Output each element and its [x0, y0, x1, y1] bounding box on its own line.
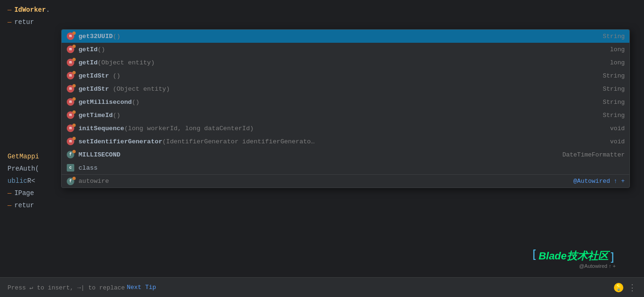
autocomplete-dropdown[interactable]: m get32UUID() String m getId() long m ge…	[61, 29, 630, 188]
autocomplete-item-getidstr2[interactable]: m getIdStr (Object entity) String	[62, 82, 629, 95]
item-name: getId(Object entity)	[79, 59, 601, 66]
field-icon: f	[66, 150, 75, 159]
item-type: void	[610, 138, 625, 145]
bracket-tl-icon: [	[531, 249, 537, 260]
item-name: getId()	[79, 46, 601, 53]
method-icon: m	[66, 32, 75, 40]
code-token: IdWorker	[14, 6, 46, 14]
item-name: getIdStr (Object entity)	[79, 86, 593, 93]
field-icon-inner-2: f	[67, 178, 74, 185]
code-line-1: — IdWorker.	[0, 4, 644, 16]
method-icon-inner: m	[67, 138, 74, 145]
code-token: IPage	[14, 189, 34, 197]
method-icon-inner: m	[67, 32, 74, 40]
item-type: long	[610, 46, 625, 53]
code-line-ipage: — IPage	[0, 187, 644, 199]
field-icon-inner: f	[67, 151, 74, 158]
status-bar: Press ↵ to insert, →| to replace Next Ti…	[0, 277, 644, 297]
item-type: long	[610, 59, 625, 66]
watermark-text: Blade技术社区	[539, 249, 608, 263]
bulb-icon[interactable]: 💡	[614, 283, 623, 292]
item-type: String	[603, 99, 625, 106]
item-type: String	[603, 86, 625, 93]
autocomplete-item-class[interactable]: c class	[62, 161, 629, 174]
item-name: class	[79, 164, 615, 172]
more-options-icon[interactable]: ⋮	[628, 282, 636, 293]
watermark: [ Blade技术社区 ] @Autowired ↑ +	[531, 249, 616, 269]
right-icons: 💡 ⋮	[614, 282, 636, 293]
method-icon: m	[66, 98, 75, 106]
method-icon: m	[66, 45, 75, 54]
bracket-br-icon: ]	[609, 252, 616, 263]
autocomplete-item-setidentifiergenerator[interactable]: m setIdentifierGenerator(IdentifierGener…	[62, 135, 629, 148]
method-icon-inner: m	[67, 59, 74, 66]
field-icon-2: f	[66, 177, 75, 186]
item-name: setIdentifierGenerator(IdentifierGenerat…	[79, 138, 601, 145]
item-name: MILLISECOND	[79, 151, 553, 158]
method-icon-inner: m	[67, 72, 74, 79]
method-icon-inner: m	[67, 111, 74, 119]
item-name: getMillisecond()	[79, 99, 593, 106]
code-token: PreAuth(	[8, 165, 39, 172]
next-tip-button[interactable]: Next Tip	[127, 284, 156, 291]
code-token: retur	[14, 18, 34, 26]
item-type: String	[603, 33, 625, 40]
autocomplete-item-initsequence[interactable]: m initSequence(long workerId, long dataC…	[62, 122, 629, 135]
method-icon-inner: m	[67, 46, 74, 53]
method-icon: m	[66, 137, 75, 146]
autocomplete-item-getmillisecond[interactable]: m getMillisecond() String	[62, 95, 629, 109]
item-name: getTimeId()	[79, 112, 593, 119]
dash-2: —	[8, 18, 11, 26]
code-line-retur: — retur	[0, 199, 644, 211]
item-name: getIdStr ()	[79, 72, 593, 79]
item-type: @Autowired ↑ +	[573, 178, 625, 185]
item-type: String	[603, 112, 625, 119]
code-token: ublic	[8, 177, 27, 185]
class-icon: c	[66, 164, 75, 172]
code-line-2: — retur	[0, 16, 644, 28]
item-name: initSequence(long workerId, long dataCen…	[79, 125, 601, 132]
method-icon-inner: m	[67, 85, 74, 93]
item-type: void	[610, 125, 625, 132]
item-name: get32UUID()	[79, 33, 593, 40]
autocomplete-item-getid1[interactable]: m getId() long	[62, 43, 629, 56]
code-token: retur	[14, 202, 34, 209]
autocomplete-item-getid2[interactable]: m getId(Object entity) long	[62, 56, 629, 69]
hint-text: Press ↵ to insert, →| to replace	[8, 284, 125, 291]
method-icon: m	[66, 124, 75, 133]
item-type: String	[603, 72, 625, 79]
method-icon-inner: m	[67, 125, 74, 132]
code-token: GetMappi	[8, 153, 39, 160]
watermark-sub: @Autowired ↑ +	[579, 263, 616, 269]
autocomplete-item-gettimeid[interactable]: m getTimeId() String	[62, 109, 629, 122]
method-icon: m	[66, 85, 75, 93]
item-type: DateTimeFormatter	[562, 151, 625, 158]
autocomplete-item-autowire[interactable]: f autowire @Autowired ↑ +	[62, 174, 629, 188]
dash-1: —	[8, 6, 11, 14]
autocomplete-item-get32uuid[interactable]: m get32UUID() String	[62, 30, 629, 43]
method-icon-inner: m	[67, 98, 74, 106]
method-icon: m	[66, 58, 75, 67]
class-icon-inner: c	[67, 164, 74, 172]
item-name: autowire	[79, 178, 564, 185]
code-token: R<	[27, 177, 35, 185]
method-icon: m	[66, 71, 75, 80]
autocomplete-item-getidstr1[interactable]: m getIdStr () String	[62, 69, 629, 82]
method-icon: m	[66, 111, 75, 119]
autocomplete-item-millisecond[interactable]: f MILLISECOND DateTimeFormatter	[62, 148, 629, 161]
